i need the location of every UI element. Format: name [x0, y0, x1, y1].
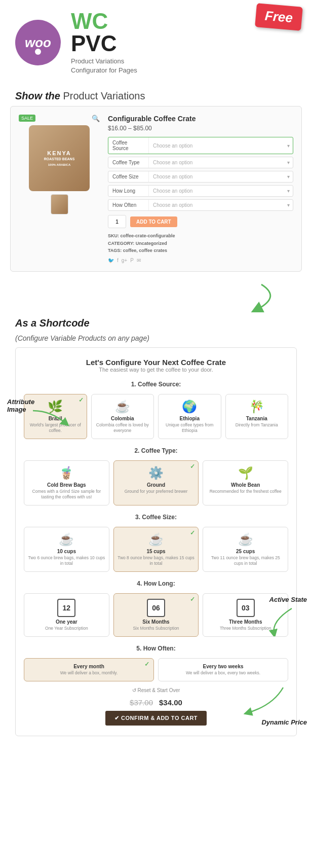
chevron-down-icon: ▾: [287, 143, 293, 149]
step4-title: 4. How Long:: [24, 580, 288, 587]
add-to-cart-row: ADD TO CART: [108, 215, 293, 228]
tanzania-icon: 🎋: [229, 400, 285, 414]
dynamic-price-label: Dynamic Price: [261, 718, 307, 726]
option-colombia[interactable]: ☕ Colombia Colombia coffee is loved by e…: [91, 394, 154, 439]
google-icon[interactable]: g+: [122, 258, 127, 263]
shortcode-box: Let's Configure Your Next Coffee Crate T…: [15, 347, 297, 736]
wc-text: WC: [71, 9, 108, 33]
arrow-area-1: [0, 282, 302, 312]
plugin-subtitle: Product Variations Configurator for Page…: [71, 57, 137, 75]
shortcode-area: AttributeImage Active State Let's Config…: [5, 347, 307, 736]
chevron-down-icon: ▾: [287, 160, 293, 165]
step-coffee-type: 2. Coffee Type: 🧋 Cold Brew Bags Comes w…: [24, 447, 288, 505]
active-state-arrow: [266, 606, 297, 636]
option-six-months[interactable]: 06 Six Months Six Months Subscription: [113, 593, 199, 637]
woo-logo-text: woo: [25, 35, 51, 50]
option-every-month[interactable]: Every month We will deliver a box, month…: [24, 658, 154, 681]
product-name: Configurable Coffee Crate: [108, 115, 293, 123]
option-every-two-weeks[interactable]: Every two weeks We will deliver a box, e…: [158, 658, 288, 681]
step-coffee-size: 3. Coffee Size: ☕ 10 cups Two 6 ounce br…: [24, 514, 288, 572]
price-confirm-area: $37.00 $34.00 ✔ CONFIRM & ADD TO CART: [24, 698, 288, 726]
calendar-03: 03: [237, 599, 255, 617]
whole-bean-icon: 🌱: [206, 466, 285, 480]
ground-icon: ⚙️: [117, 466, 196, 480]
product-image-area: SALE 🔍 KENYA ROASTED BEANS 100% ARABICA: [19, 115, 100, 263]
step4-options: 12 One year One Year Subscription 06 Six…: [24, 593, 288, 637]
attr-image-arrow: [30, 408, 71, 428]
logo-right: WC PVC Product Variations Configurator f…: [71, 10, 137, 75]
old-price: $37.00: [130, 698, 153, 707]
calendar-12: 12: [57, 599, 75, 617]
option-one-year[interactable]: 12 One year One Year Subscription: [24, 593, 109, 637]
variation-row-how-long[interactable]: How Long Choose an option ▾: [108, 185, 293, 197]
colombia-icon: ☕: [95, 400, 151, 414]
quantity-input[interactable]: [108, 215, 126, 228]
step3-options: ☕ 10 cups Two 6 ounce brew bags, makes 1…: [24, 527, 288, 572]
chevron-down-icon: ▾: [287, 202, 293, 208]
product-price: $16.00 – $85.00: [108, 125, 293, 132]
product-meta: SKU: coffee-crate-configurable CATEGORY:…: [108, 232, 293, 254]
chevron-down-icon: ▾: [287, 188, 293, 194]
free-badge: Free: [255, 3, 303, 31]
15cups-icon: ☕: [117, 532, 196, 547]
twitter-icon[interactable]: 🐦: [108, 258, 114, 263]
step1-title: 1. Coffee Source:: [24, 381, 288, 388]
step5-title: 5. How Often:: [24, 645, 288, 652]
cold-brew-icon: 🧋: [27, 466, 106, 480]
variation-row-size[interactable]: Coffee Size Choose an option ▾: [108, 171, 293, 183]
product-demo-box: SALE 🔍 KENYA ROASTED BEANS 100% ARABICA …: [10, 106, 302, 271]
option-ground[interactable]: ⚙️ Ground Ground for your preferred brew…: [113, 460, 199, 505]
step2-options: 🧋 Cold Brew Bags Comes with a Grind Size…: [24, 460, 288, 505]
calendar-06: 06: [147, 599, 165, 617]
step-how-often: 5. How Often: Every month We will delive…: [24, 645, 288, 681]
option-tanzania[interactable]: 🎋 Tanzania Directly from Tanzania: [225, 394, 289, 439]
kenya-bag-label: KENYA ROASTED BEANS 100% ARABICA: [44, 150, 75, 167]
active-state-label: Active State: [269, 596, 307, 603]
product-main-image: KENYA ROASTED BEANS 100% ARABICA: [29, 125, 90, 191]
configurator-title: Let's Configure Your Next Coffee Crate: [24, 358, 288, 367]
confirm-add-to-cart-button[interactable]: ✔ CONFIRM & ADD TO CART: [105, 711, 207, 726]
configurator-subtitle: The easiest way to get the coffee to you…: [24, 367, 288, 373]
option-15cups[interactable]: ☕ 15 cups Two 8 ounce brew bags, makes 1…: [113, 527, 199, 572]
step-how-long: 4. How Long: 12 One year One Year Subscr…: [24, 580, 288, 637]
section2-subtitle: (Configure Variable Products on any page…: [0, 333, 312, 347]
chevron-down-icon: ▾: [287, 174, 293, 179]
search-icon[interactable]: 🔍: [92, 115, 100, 122]
variation-row-how-often[interactable]: How Often Choose an option ▾: [108, 199, 293, 211]
section2-title: As a Shortcode: [0, 312, 312, 333]
add-to-cart-button[interactable]: ADD TO CART: [130, 216, 177, 227]
pinterest-icon[interactable]: P: [130, 258, 134, 263]
section1-title: Show the Product Variations: [0, 85, 312, 106]
variation-row-type[interactable]: Coffee Type Choose an option ▾: [108, 157, 293, 168]
10cups-icon: ☕: [27, 532, 106, 547]
option-whole-bean[interactable]: 🌱 Whole Bean Recommended for the freshes…: [203, 460, 288, 505]
new-price: $34.00: [159, 698, 182, 707]
email-icon[interactable]: ✉: [137, 258, 141, 263]
facebook-icon[interactable]: f: [117, 258, 119, 263]
configurator-header: Let's Configure Your Next Coffee Crate T…: [24, 358, 288, 373]
sale-badge: SALE: [19, 115, 35, 122]
step2-title: 2. Coffee Type:: [24, 447, 288, 454]
option-cold-brew[interactable]: 🧋 Cold Brew Bags Comes with a Grind Size…: [24, 460, 109, 505]
product-thumbnail[interactable]: [51, 194, 68, 214]
option-10cups[interactable]: ☕ 10 cups Two 6 ounce brew bags, makes 1…: [24, 527, 109, 572]
product-details: Configurable Coffee Crate $16.00 – $85.0…: [108, 115, 293, 263]
step3-title: 3. Coffee Size:: [24, 514, 288, 521]
arrow-svg-1: [180, 282, 282, 312]
pvc-text: PVC: [71, 31, 116, 56]
option-ethiopia[interactable]: 🌍 Ethiopia Unique coffee types from Ethi…: [158, 394, 221, 439]
step5-options: Every month We will deliver a box, month…: [24, 658, 288, 681]
woo-logo: woo: [15, 20, 61, 65]
25cups-icon: ☕: [206, 532, 285, 547]
social-icons: 🐦 f g+ P ✉: [108, 258, 293, 263]
option-25cups[interactable]: ☕ 25 cups Two 11 ounce brew bags, makes …: [203, 527, 288, 572]
header: woo WC PVC Product Variations Configurat…: [0, 0, 312, 85]
variation-row-source[interactable]: Coffee Source Choose an option ▾: [108, 137, 293, 154]
ethiopia-icon: 🌍: [162, 400, 218, 414]
